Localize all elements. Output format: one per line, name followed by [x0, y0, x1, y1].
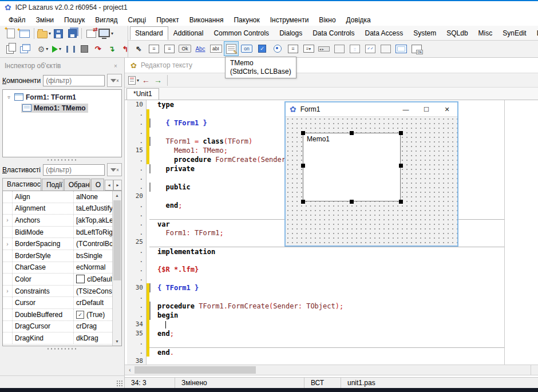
save-all-button[interactable] — [66, 27, 78, 41]
palette-tab-additional[interactable]: Additional — [168, 26, 209, 40]
palette-tab-sqldb[interactable]: SQLdb — [441, 26, 473, 40]
checkbox-icon[interactable]: ✓ — [76, 311, 84, 319]
menu-item-view[interactable]: Вигляд — [90, 15, 122, 25]
step-over-button[interactable]: ↷ — [92, 42, 104, 56]
property-row-borderstyle[interactable]: BorderStylebsSingle — [3, 250, 121, 262]
close-icon[interactable]: ✕ — [437, 102, 457, 116]
forward-button[interactable]: → — [153, 74, 163, 86]
maximize-icon[interactable]: ☐ — [416, 102, 437, 116]
tab-events[interactable]: Події — [42, 179, 64, 191]
tab-unit1[interactable]: *Unit1 — [126, 88, 159, 100]
tradiogroup-component[interactable]: :: — [348, 42, 362, 56]
selection-handle[interactable] — [399, 164, 403, 168]
memo1-control[interactable]: Memo1 — [303, 133, 401, 201]
splitter[interactable] — [0, 346, 124, 351]
minimize-icon[interactable]: — — [395, 102, 416, 116]
view-units-button[interactable] — [5, 42, 17, 56]
form-design-surface[interactable]: Memo1 — [286, 116, 457, 246]
tcheckbox-component[interactable]: ✓ — [255, 42, 269, 56]
pause-button[interactable] — [64, 42, 77, 56]
property-row-constraints[interactable]: ›Constraints(TSizeConstraints) — [3, 286, 121, 298]
menu-item-file[interactable]: Файл — [3, 15, 31, 25]
menu-item-window[interactable]: Вікно — [314, 15, 341, 25]
selection-handle[interactable] — [350, 200, 354, 204]
scroll-tabs-right-icon[interactable]: ▸ — [113, 180, 122, 191]
ttogglebox-component[interactable]: on — [240, 42, 254, 56]
tedit-component[interactable]: abI — [209, 42, 223, 56]
menu-item-run[interactable]: Виконання — [184, 15, 229, 25]
expander-icon[interactable]: ▿ — [6, 94, 12, 100]
palette-tab-standard[interactable]: Standard — [130, 26, 168, 40]
menu-item-tools[interactable]: Інструменти — [265, 15, 314, 25]
fold-collapse-icon[interactable] — [149, 183, 151, 192]
new-form-button[interactable] — [18, 27, 31, 41]
property-row-color[interactable]: ColorclDefault — [3, 274, 121, 286]
build-mode-button[interactable]: ⚙▾ — [37, 42, 49, 56]
palette-tab-synedit[interactable]: SynEdit — [497, 26, 531, 40]
fold-collapse-icon[interactable] — [149, 137, 151, 146]
tcheckgroup-component[interactable]: ✓✓ — [363, 42, 377, 56]
tmainmenu-component[interactable]: ≡ — [147, 42, 161, 56]
scroll-tabs-left-icon[interactable]: ◂ — [105, 180, 113, 191]
tree-item-form1[interactable]: ▿Form1: TForm1 — [3, 92, 121, 102]
menu-item-project[interactable]: Проект — [151, 15, 184, 25]
scroll-down-icon[interactable]: ▼ — [113, 337, 121, 346]
palette-tab-system[interactable]: System — [408, 26, 441, 40]
tab-restricted[interactable]: О — [91, 179, 104, 191]
expand-icon[interactable]: › — [3, 238, 13, 250]
property-row-cursor[interactable]: CursorcrDefault — [3, 297, 121, 309]
view-windows-button[interactable]: ▾ — [98, 27, 113, 41]
property-row-dragkind[interactable]: DragKinddkDrag — [3, 332, 121, 345]
palette-tab-data-controls[interactable]: Data Controls — [307, 26, 359, 40]
menu-item-edit[interactable]: Зміни — [31, 15, 60, 25]
tab-favorites[interactable]: Обрані — [64, 179, 90, 191]
property-row-bidimode[interactable]: BidiModebdLeftToRight — [3, 227, 121, 239]
palette-tab-common-controls[interactable]: Common Controls — [208, 26, 274, 40]
selection-handle[interactable] — [301, 164, 305, 168]
run-button[interactable]: ▾ — [50, 42, 63, 56]
tab-properties[interactable]: Властивості — [2, 178, 41, 191]
scroll-left-icon[interactable]: ‹ — [126, 365, 134, 375]
fold-collapse-icon[interactable] — [149, 302, 151, 311]
fold-collapse-icon[interactable] — [149, 283, 151, 292]
tbutton-component[interactable]: Ok — [178, 42, 192, 56]
components-filter-input[interactable] — [43, 75, 105, 86]
property-row-alignment[interactable]: AlignmenttaLeftJustify — [3, 203, 121, 215]
vertical-scrollbar[interactable]: ▲▼ — [112, 191, 121, 346]
property-row-borderspacing[interactable]: ›BorderSpacing(TControlBorderSpacing) — [3, 238, 121, 250]
scroll-up-icon[interactable]: ▲ — [113, 191, 121, 200]
select-pointer-tool[interactable]: ⇖ — [132, 42, 145, 56]
form-title-bar[interactable]: ✿ Form1 — ☐ ✕ — [286, 102, 457, 116]
jump-to-section-button[interactable]: ▾ — [128, 74, 139, 86]
save-button[interactable] — [52, 27, 65, 41]
horizontal-scrollbar[interactable]: ‹ — [125, 365, 538, 375]
selection-handle[interactable] — [301, 200, 305, 204]
toggle-form-unit-button[interactable] — [85, 27, 97, 41]
component-tree[interactable]: ▿Form1: TForm1Memo1: TMemo — [2, 89, 122, 157]
clear-properties-filter-button[interactable]: x — [107, 163, 122, 176]
tframe-component[interactable] — [394, 42, 408, 56]
expand-icon[interactable]: › — [3, 215, 13, 226]
step-into-button[interactable]: ↴ — [105, 42, 118, 56]
tree-item-memo1[interactable]: Memo1: TMemo — [3, 102, 121, 113]
tpopupmenu-component[interactable]: ≡ — [163, 42, 176, 56]
property-row-doublebuffered[interactable]: DoubleBuffered✓(True) — [3, 309, 121, 321]
tpanel-component[interactable] — [379, 42, 393, 56]
tradiobutton-component[interactable] — [271, 42, 284, 56]
tcombobox-component[interactable]: ≡▾ — [302, 42, 315, 56]
close-icon[interactable]: × — [110, 62, 121, 70]
tactionlist-component[interactable]: Ok — [410, 42, 424, 56]
selection-handle[interactable] — [399, 200, 403, 204]
property-row-anchors[interactable]: ›Anchors[akTop,akLeft] — [3, 215, 121, 227]
tlistbox-component[interactable]: ≡ — [286, 42, 300, 56]
form-designer-window[interactable]: ✿ Form1 — ☐ ✕ Memo1 — [284, 101, 458, 247]
property-row-dragcursor[interactable]: DragCursorcrDrag — [3, 321, 121, 333]
open-button[interactable]: ▾ — [37, 27, 51, 41]
tmemo-component[interactable] — [224, 42, 238, 56]
view-forms-button[interactable] — [18, 42, 31, 56]
palette-tab-dialogs[interactable]: Dialogs — [274, 26, 307, 40]
tlabel-component[interactable]: Abc — [193, 42, 207, 56]
palette-tab-lazcontrols[interactable]: LazControls — [532, 26, 538, 40]
scrollbar-thumb[interactable] — [134, 366, 256, 374]
new-unit-button[interactable] — [5, 27, 17, 41]
